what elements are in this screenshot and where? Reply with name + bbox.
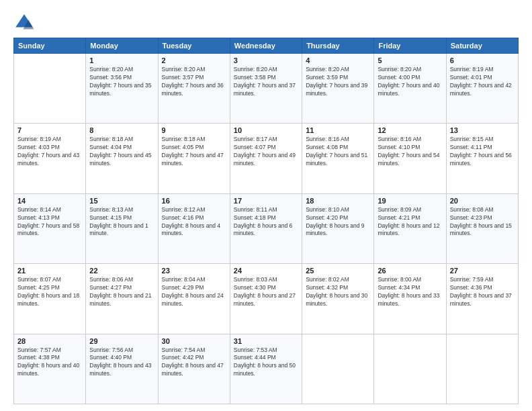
day-info: Sunrise: 8:04 AM Sunset: 4:29 PM Dayligh… — [162, 276, 226, 308]
sunset-text: Sunset: 4:25 PM — [17, 284, 60, 291]
sunrise-text: Sunrise: 8:08 AM — [450, 206, 494, 213]
sunrise-text: Sunrise: 8:14 AM — [17, 206, 61, 213]
daylight-text: Daylight: 7 hours and 51 minutes. — [306, 152, 367, 167]
day-number: 22 — [89, 267, 154, 275]
day-number: 4 — [306, 56, 370, 64]
day-info: Sunrise: 8:15 AM Sunset: 4:11 PM Dayligh… — [450, 136, 515, 168]
day-info: Sunrise: 8:10 AM Sunset: 4:20 PM Dayligh… — [306, 206, 370, 238]
day-number: 29 — [89, 337, 154, 345]
sunset-text: Sunset: 4:13 PM — [17, 214, 60, 221]
sunrise-text: Sunrise: 7:59 AM — [450, 276, 494, 283]
day-info: Sunrise: 7:53 AM Sunset: 4:44 PM Dayligh… — [234, 347, 298, 379]
calendar-cell: 17 Sunrise: 8:11 AM Sunset: 4:18 PM Dayl… — [230, 193, 302, 263]
calendar-cell: 20 Sunrise: 8:08 AM Sunset: 4:23 PM Dayl… — [446, 193, 518, 263]
sunset-text: Sunset: 4:04 PM — [89, 144, 132, 150]
calendar-cell: 9 Sunrise: 8:18 AM Sunset: 4:05 PM Dayli… — [158, 124, 230, 193]
calendar-cell: 19 Sunrise: 8:09 AM Sunset: 4:21 PM Dayl… — [374, 193, 446, 263]
sunset-text: Sunset: 4:20 PM — [306, 214, 348, 221]
sunset-text: Sunset: 4:03 PM — [17, 144, 60, 150]
sunset-text: Sunset: 4:23 PM — [450, 214, 492, 221]
calendar-cell: 4 Sunrise: 8:20 AM Sunset: 3:59 PM Dayli… — [302, 54, 374, 124]
logo — [13, 12, 38, 34]
daylight-text: Daylight: 8 hours and 9 minutes. — [306, 222, 364, 237]
calendar-cell: 30 Sunrise: 7:54 AM Sunset: 4:42 PM Dayl… — [158, 334, 230, 404]
calendar-week-row: 1 Sunrise: 8:20 AM Sunset: 3:56 PM Dayli… — [14, 54, 519, 124]
day-info: Sunrise: 8:19 AM Sunset: 4:03 PM Dayligh… — [17, 136, 82, 168]
daylight-text: Daylight: 7 hours and 35 minutes. — [89, 82, 151, 97]
calendar-week-row: 21 Sunrise: 8:07 AM Sunset: 4:25 PM Dayl… — [14, 264, 519, 334]
calendar-cell: 21 Sunrise: 8:07 AM Sunset: 4:25 PM Dayl… — [14, 264, 86, 334]
sunset-text: Sunset: 4:40 PM — [89, 354, 132, 361]
daylight-text: Daylight: 8 hours and 1 minute. — [89, 222, 148, 237]
day-info: Sunrise: 8:17 AM Sunset: 4:07 PM Dayligh… — [234, 136, 298, 168]
page: SundayMondayTuesdayWednesdayThursdayFrid… — [0, 0, 532, 411]
sunset-text: Sunset: 4:29 PM — [162, 284, 204, 291]
daylight-text: Daylight: 8 hours and 24 minutes. — [162, 292, 224, 307]
day-number: 17 — [234, 197, 298, 205]
sunrise-text: Sunrise: 8:09 AM — [378, 206, 421, 213]
calendar-week-row: 7 Sunrise: 8:19 AM Sunset: 4:03 PM Dayli… — [14, 124, 519, 193]
calendar-cell: 6 Sunrise: 8:19 AM Sunset: 4:01 PM Dayli… — [446, 54, 518, 124]
sunrise-text: Sunrise: 8:19 AM — [450, 66, 494, 73]
day-info: Sunrise: 8:03 AM Sunset: 4:30 PM Dayligh… — [234, 276, 298, 308]
calendar-cell: 15 Sunrise: 8:13 AM Sunset: 4:15 PM Dayl… — [86, 193, 158, 263]
day-info: Sunrise: 7:54 AM Sunset: 4:42 PM Dayligh… — [162, 347, 226, 379]
sunset-text: Sunset: 4:34 PM — [378, 284, 420, 291]
sunrise-text: Sunrise: 8:03 AM — [234, 276, 277, 283]
day-info: Sunrise: 8:16 AM Sunset: 4:08 PM Dayligh… — [306, 136, 370, 168]
day-info: Sunrise: 7:59 AM Sunset: 4:36 PM Dayligh… — [450, 276, 515, 308]
calendar-cell: 3 Sunrise: 8:20 AM Sunset: 3:58 PM Dayli… — [230, 54, 302, 124]
day-info: Sunrise: 8:07 AM Sunset: 4:25 PM Dayligh… — [17, 276, 82, 308]
daylight-text: Daylight: 8 hours and 47 minutes. — [162, 362, 224, 377]
col-header-wednesday: Wednesday — [230, 38, 302, 54]
sunset-text: Sunset: 4:16 PM — [162, 214, 204, 221]
day-info: Sunrise: 8:11 AM Sunset: 4:18 PM Dayligh… — [234, 206, 298, 238]
day-number: 31 — [234, 337, 298, 345]
sunrise-text: Sunrise: 7:54 AM — [162, 347, 206, 353]
sunrise-text: Sunrise: 8:15 AM — [450, 136, 494, 142]
day-info: Sunrise: 7:56 AM Sunset: 4:40 PM Dayligh… — [89, 347, 154, 379]
sunset-text: Sunset: 4:00 PM — [378, 74, 420, 81]
day-info: Sunrise: 8:18 AM Sunset: 4:05 PM Dayligh… — [162, 136, 226, 168]
daylight-text: Daylight: 8 hours and 37 minutes. — [450, 292, 512, 307]
calendar-cell: 2 Sunrise: 8:20 AM Sunset: 3:57 PM Dayli… — [158, 54, 230, 124]
day-number: 25 — [306, 267, 370, 275]
sunset-text: Sunset: 4:05 PM — [162, 144, 204, 150]
calendar-cell: 29 Sunrise: 7:56 AM Sunset: 4:40 PM Dayl… — [86, 334, 158, 404]
sunset-text: Sunset: 4:11 PM — [450, 144, 492, 150]
sunrise-text: Sunrise: 8:13 AM — [89, 206, 133, 213]
sunrise-text: Sunrise: 8:16 AM — [378, 136, 421, 142]
sunrise-text: Sunrise: 8:12 AM — [162, 206, 206, 213]
calendar-cell: 22 Sunrise: 8:06 AM Sunset: 4:27 PM Dayl… — [86, 264, 158, 334]
daylight-text: Daylight: 8 hours and 40 minutes. — [17, 362, 79, 377]
col-header-monday: Monday — [86, 38, 158, 54]
sunrise-text: Sunrise: 8:16 AM — [306, 136, 349, 142]
sunset-text: Sunset: 4:18 PM — [234, 214, 276, 221]
day-info: Sunrise: 8:14 AM Sunset: 4:13 PM Dayligh… — [17, 206, 82, 238]
daylight-text: Daylight: 7 hours and 36 minutes. — [162, 82, 224, 97]
daylight-text: Daylight: 8 hours and 30 minutes. — [306, 292, 367, 307]
sunrise-text: Sunrise: 8:18 AM — [162, 136, 206, 142]
sunset-text: Sunset: 4:30 PM — [234, 284, 276, 291]
sunset-text: Sunset: 3:57 PM — [162, 74, 204, 81]
daylight-text: Daylight: 7 hours and 58 minutes. — [17, 222, 79, 237]
day-number: 1 — [89, 56, 154, 64]
day-info: Sunrise: 8:13 AM Sunset: 4:15 PM Dayligh… — [89, 206, 154, 238]
col-header-saturday: Saturday — [446, 38, 518, 54]
sunset-text: Sunset: 4:21 PM — [378, 214, 420, 221]
day-number: 9 — [162, 126, 226, 134]
day-number: 13 — [450, 126, 515, 134]
col-header-tuesday: Tuesday — [158, 38, 230, 54]
sunrise-text: Sunrise: 8:04 AM — [162, 276, 206, 283]
sunset-text: Sunset: 4:07 PM — [234, 144, 276, 150]
sunrise-text: Sunrise: 8:20 AM — [162, 66, 206, 73]
calendar-cell: 11 Sunrise: 8:16 AM Sunset: 4:08 PM Dayl… — [302, 124, 374, 193]
sunrise-text: Sunrise: 7:57 AM — [17, 347, 61, 353]
day-info: Sunrise: 8:06 AM Sunset: 4:27 PM Dayligh… — [89, 276, 154, 308]
calendar-cell: 8 Sunrise: 8:18 AM Sunset: 4:04 PM Dayli… — [86, 124, 158, 193]
daylight-text: Daylight: 8 hours and 15 minutes. — [450, 222, 512, 237]
daylight-text: Daylight: 8 hours and 6 minutes. — [234, 222, 292, 237]
day-info: Sunrise: 8:00 AM Sunset: 4:34 PM Dayligh… — [378, 276, 442, 308]
sunset-text: Sunset: 3:56 PM — [89, 74, 132, 81]
sunrise-text: Sunrise: 7:56 AM — [89, 347, 133, 353]
